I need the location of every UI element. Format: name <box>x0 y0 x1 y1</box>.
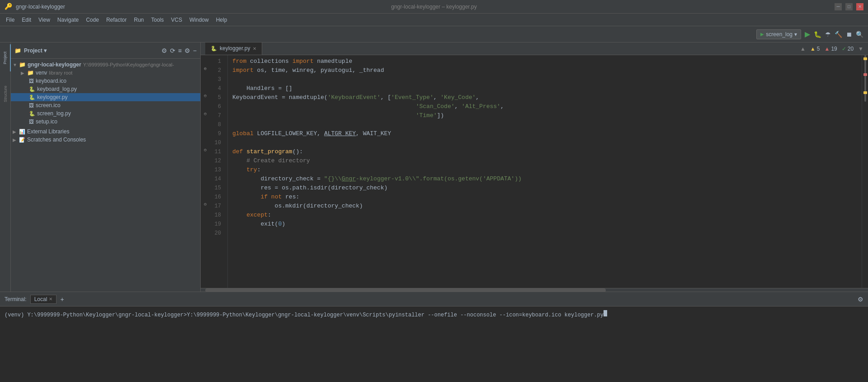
editor-tab-keylogger[interactable]: 🐍 keylogger.py ✕ <box>205 42 262 55</box>
warnings-bar: 🐍 keylogger.py ✕ ▲ ▲ 5 ▲ 19 ✓ 20 <box>201 42 868 55</box>
gutter-6 <box>201 100 210 109</box>
err-marker-1 <box>863 73 867 76</box>
warn-marker-2 <box>863 91 867 94</box>
tree-setup-ico[interactable]: 🖼 setup.ico <box>11 118 200 126</box>
tree-external-libraries[interactable]: ▶ 📊 External Libraries <box>11 127 200 136</box>
menu-help[interactable]: Help <box>212 15 231 25</box>
sidebar-settings-button[interactable]: ⚙ <box>184 47 190 54</box>
tree-scratches[interactable]: ▶ 📝 Scratches and Consoles <box>11 136 200 144</box>
gutter-13 <box>201 164 210 173</box>
sidebar-close-button[interactable]: − <box>193 47 197 54</box>
ext-lib-icon: 📊 <box>19 129 25 135</box>
keylogger-label: keylogger.py <box>37 94 67 100</box>
tree-keyboard-log[interactable]: 🐍 keyboard_log.py <box>11 85 200 93</box>
terminal-cursor <box>604 310 607 316</box>
menu-navigate[interactable]: Navigate <box>54 15 82 25</box>
menu-tools[interactable]: Tools <box>147 15 167 25</box>
code-line-1: from collections import namedtuple <box>232 57 862 66</box>
warnings-expand[interactable]: ▲ <box>800 46 806 52</box>
check-badge: ✓ 20 <box>842 46 854 52</box>
vert-tab-structure[interactable]: Structure <box>0 80 11 108</box>
tree-keyboard-ico[interactable]: 🖼 keyboard.ico <box>11 77 200 85</box>
code-line-9: global LOGFILE_LOWER_KEY, ALTGR_KEY, WAI… <box>232 129 862 138</box>
code-line-4: Handlers = [] <box>232 84 862 93</box>
terminal-settings-button[interactable]: ⚙ <box>858 296 863 303</box>
run-button[interactable]: ▶ <box>805 30 810 38</box>
build-button[interactable]: 🔨 <box>835 31 842 38</box>
gutter-4 <box>201 82 210 91</box>
code-line-11: def start_program(): <box>232 147 862 156</box>
terminal-label: Terminal: <box>5 296 27 302</box>
search-everywhere-button[interactable]: 🔍 <box>856 31 863 38</box>
sidebar-sync-button[interactable]: ⟳ <box>170 47 175 54</box>
terminal-add-button[interactable]: + <box>60 296 64 303</box>
keyboard-log-label: keyboard_log.py <box>37 86 77 92</box>
keylogger-icon: 🐍 <box>29 94 35 100</box>
code-editor: ⊕ ⊖ ⊖ ⊖ ⊖ 1 2 3 <box>201 55 868 288</box>
coverage-button[interactable]: ☂ <box>825 31 831 38</box>
app-icon: 🔑 <box>5 3 12 10</box>
horizontal-scrollbar[interactable] <box>201 288 868 292</box>
tree-root-project[interactable]: ▼ 📁 gngr-local-keylogger Y:\9999999-Pyth… <box>11 61 200 69</box>
sidebar-header-icons: ⚙ ⟳ ≡ ⚙ − <box>161 47 197 54</box>
check-count: 20 <box>848 46 854 52</box>
sidebar-tree: ▼ 📁 gngr-local-keylogger Y:\9999999-Pyth… <box>11 59 200 292</box>
code-line-18: except: <box>232 211 862 220</box>
project-sidebar: 📁 Project ▾ ⚙ ⟳ ≡ ⚙ − ▼ 📁 gngr-local-key… <box>11 42 201 292</box>
gutter-1 <box>201 55 210 64</box>
tree-screen-ico[interactable]: 🖼 screen.ico <box>11 101 200 109</box>
sidebar-gear-button[interactable]: ⚙ <box>161 47 167 54</box>
terminal-content[interactable]: (venv) Y:\9999999-Python\Keylogger\gngr-… <box>0 307 868 382</box>
fold-gutter: ⊕ ⊖ ⊖ ⊖ ⊖ <box>201 55 210 288</box>
minimize-button[interactable]: ─ <box>835 3 842 10</box>
warnings-right: ▲ ▲ 5 ▲ 19 ✓ 20 ▼ <box>800 46 863 52</box>
terminal-tab-local[interactable]: Local ✕ <box>30 295 57 304</box>
tab-close-button[interactable]: ✕ <box>253 46 256 51</box>
menu-window[interactable]: Window <box>186 15 212 25</box>
tree-keylogger-py[interactable]: 🐍 keylogger.py <box>11 93 200 101</box>
gutter-3 <box>201 73 210 82</box>
code-line-15: res = os.path.isdir(directory_check) <box>232 184 862 193</box>
root-project-label: gngr-local-keylogger <box>28 61 81 68</box>
warnings-collapse[interactable]: ▼ <box>858 46 863 52</box>
keyboard-log-icon: 🐍 <box>29 86 35 92</box>
terminal-tab-name: Local <box>34 296 47 302</box>
code-content[interactable]: from collections import namedtuple impor… <box>228 55 862 288</box>
run-config-name: screen_log <box>766 31 793 38</box>
code-line-5: KeyboardEvent = namedtuple('KeyboardEven… <box>232 93 862 102</box>
vert-tab-project[interactable]: Project <box>0 44 11 71</box>
check-icon: ✓ <box>842 46 846 52</box>
root-expand-arrow: ▼ <box>13 62 19 67</box>
menu-edit[interactable]: Edit <box>18 15 35 25</box>
debug-button[interactable]: 🐛 <box>814 31 821 38</box>
tree-screen-log[interactable]: 🐍 screen_log.py <box>11 109 200 118</box>
menu-run[interactable]: Run <box>130 15 147 25</box>
menu-code[interactable]: Code <box>82 15 103 25</box>
scratches-expand: ▶ <box>13 137 19 142</box>
terminal-tab-close[interactable]: ✕ <box>49 297 52 302</box>
ext-lib-label: External Libraries <box>27 128 69 135</box>
venv-library-label: library root <box>49 70 72 75</box>
gutter-2: ⊕ <box>201 64 210 73</box>
terminal-tabs: Terminal: Local ✕ + ⚙ <box>0 292 868 307</box>
tree-venv[interactable]: ▶ 📁 venv library root <box>11 69 200 77</box>
maximize-button[interactable]: □ <box>845 3 853 10</box>
code-line-13: try: <box>232 165 862 174</box>
sidebar-expand-button[interactable]: ≡ <box>178 47 182 54</box>
menu-file[interactable]: File <box>2 15 18 25</box>
err-triangle-icon: ▲ <box>825 46 830 52</box>
warn-marker-1 <box>863 57 867 60</box>
warning-badge: ▲ 5 <box>810 46 820 52</box>
menu-vcs[interactable]: VCS <box>167 15 186 25</box>
menu-refactor[interactable]: Refactor <box>103 15 130 25</box>
window-title: gngr-local-keylogger – keylogger.py <box>391 4 476 10</box>
setup-ico-icon: 🖼 <box>29 119 34 124</box>
sidebar-title: 📁 Project ▾ <box>14 47 47 54</box>
setup-ico-label: setup.ico <box>36 118 57 125</box>
close-button[interactable]: ✕ <box>856 3 863 10</box>
titlebar-controls: ─ □ ✕ <box>835 3 863 10</box>
menu-view[interactable]: View <box>35 15 54 25</box>
stop-button[interactable]: ⏹ <box>846 31 852 38</box>
run-config-selector[interactable]: ▶ screen_log ▾ <box>756 29 801 39</box>
right-gutter-scrollbar[interactable] <box>862 55 868 288</box>
